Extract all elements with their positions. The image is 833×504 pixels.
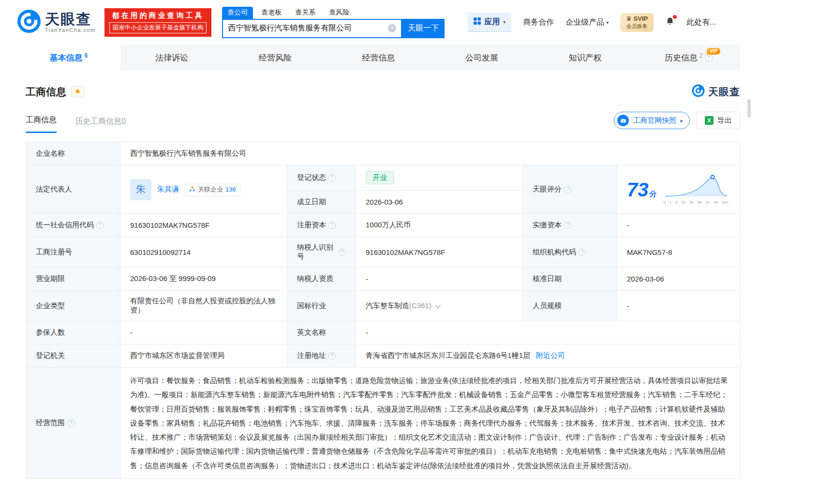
search-tab-company[interactable]: 查公司 [222, 7, 253, 19]
legal-rep-name-link[interactable]: 朱其谦 [157, 185, 179, 194]
tab-basic-info[interactable]: 基本信息 5 [17, 44, 120, 71]
logo-domain: TianYanCha.com [45, 27, 96, 33]
subtab-row: 工商信息 历史工商信息0 工商官网快照 ▸ X 导出 [26, 112, 740, 133]
chart-axis-ticks: 0131550859799100 [664, 200, 729, 205]
legal-rep-cell: 朱 朱其谦 关联企业 136 [120, 165, 287, 214]
help-icon[interactable]: ? [705, 54, 713, 61]
section-head: 工商信息 天眼查 [26, 84, 740, 99]
credit-code-value: 91630102MAK7NG578F [120, 214, 287, 237]
reg-no-label: 工商注册号 [26, 237, 120, 267]
search-tab-boss[interactable]: 查老板 [256, 7, 287, 19]
search-input-box: × [222, 19, 402, 38]
address-value: 青海省西宁市城东区东川工业园昆仑东路6号1幢1层 [366, 351, 530, 359]
score-value[interactable]: 73分 [627, 180, 657, 199]
label-text: 注册地址 [297, 351, 326, 360]
promo-banner: 都在用的商业查询工具 国家中小企业发展子基金旗下机构 [104, 8, 212, 37]
tab-intellectual-property[interactable]: 知识产权 [534, 44, 637, 71]
search-input[interactable] [223, 24, 388, 33]
company-nav-tabs: 基本信息 5 法律诉讼 经营风险 经营信息 公司发展 知识产权 历史信息 2 ?… [17, 44, 740, 71]
tab-legal-litigation[interactable]: 法律诉讼 [120, 44, 224, 71]
business-cooperation-link[interactable]: 商务合作 [523, 17, 554, 28]
taxpayer-quality-label: 纳税人资质 [287, 267, 356, 291]
help-icon[interactable]: ? [579, 249, 586, 256]
paid-capital-label: 实缴资本? [523, 214, 617, 237]
reg-no-value: 630102910092714 [120, 237, 287, 267]
label-text: 纳税人识别号 [297, 243, 336, 261]
help-icon[interactable]: ? [328, 352, 336, 359]
score-label: 天眼评分? [523, 165, 617, 214]
user-menu[interactable]: 此处有... [686, 17, 716, 28]
table-row: 经营范围? 许可项目：餐饮服务；食品销售；机动车检验检测服务；出版物零售；道路危… [26, 368, 741, 479]
related-companies-badge[interactable]: 关联企业 136 [185, 183, 240, 196]
tab-company-development[interactable]: 公司发展 [430, 44, 534, 71]
org-code-label: 组织机构代码? [523, 237, 617, 267]
table-row: 工商注册号 630102910092714 纳税人识别号? 91630102MA… [26, 237, 741, 267]
help-icon[interactable]: ? [564, 222, 571, 229]
related-companies-count: 136 [225, 186, 236, 193]
tab-label: 知识产权 [569, 52, 602, 63]
tax-id-label: 纳税人识别号? [287, 237, 356, 267]
search-tab-risk[interactable]: 查风险 [324, 7, 355, 19]
help-icon[interactable]: ? [564, 186, 571, 193]
svip-title: SVIP [634, 15, 648, 22]
nearby-companies-link[interactable]: 附近公司 [536, 351, 565, 359]
subscribe-bell-icon[interactable] [71, 86, 84, 97]
promo-line1: 都在用的商业查询工具 [109, 11, 207, 20]
business-scope-value: 许可项目：餐饮服务；食品销售；机动车检验检测服务；出版物零售；道路危险货物运输；… [120, 368, 741, 479]
help-icon[interactable]: ? [339, 249, 346, 256]
table-row: 登记机关 西宁市城东区市场监督管理局 注册地址? 青海省西宁市城东区东川工业园昆… [26, 344, 741, 368]
subtab-history-business-info[interactable]: 历史工商信息0 [75, 117, 126, 133]
chevron-down-icon[interactable] [435, 302, 441, 308]
official-snapshot-button[interactable]: 工商官网快照 ▸ [614, 112, 690, 129]
tab-history-info[interactable]: 历史信息 2 ? VIP [637, 44, 740, 71]
org-code-value: MAK7NG57-8 [617, 237, 741, 267]
export-button[interactable]: X 导出 [697, 112, 740, 129]
help-icon[interactable]: ? [328, 174, 336, 181]
tab-operating-risk[interactable]: 经营风险 [223, 44, 327, 71]
apps-button[interactable]: 应用 ▾ [468, 13, 511, 32]
reg-capital-value: 1000万人民币 [356, 214, 523, 237]
address-label: 注册地址? [287, 344, 356, 368]
reg-authority-label: 登记机关 [26, 344, 120, 368]
tab-label: 经营风险 [259, 52, 292, 63]
enterprise-product-link[interactable]: 企业级产品 ▾ [565, 17, 609, 28]
tab-history-count: 2 [699, 52, 703, 59]
watermark-text: 天眼查 [708, 85, 740, 99]
search-tab-relation[interactable]: 查关系 [290, 7, 321, 19]
tax-id-value: 91630102MAK7NG578F [356, 237, 523, 267]
avatar[interactable]: 朱 [130, 179, 151, 200]
tianyancha-eye-icon [17, 9, 41, 35]
status-label-text: 登记状态 [297, 173, 326, 182]
reg-authority-value: 西宁市城东区市场监督管理局 [120, 344, 287, 368]
tianyancha-watermark: 天眼查 [692, 84, 740, 99]
svip-member-badge[interactable]: ♛ SVIP 会员服务 [620, 13, 654, 32]
crown-icon: ♛ [626, 15, 632, 22]
camera-icon [617, 115, 629, 126]
export-label: 导出 [717, 116, 732, 125]
help-icon[interactable]: ? [328, 222, 336, 229]
english-name-label: 英文名称 [287, 321, 356, 344]
tianyancha-eye-icon [692, 84, 705, 99]
insured-count-label: 参保人数 [26, 321, 120, 344]
help-icon[interactable]: ? [67, 419, 74, 427]
company-name-label: 企业名称 [26, 142, 120, 165]
subtab-business-info[interactable]: 工商信息 [26, 115, 57, 133]
notification-bell-icon[interactable] [665, 16, 675, 28]
english-name-value: - [356, 321, 741, 344]
table-row: 企业类型 有限责任公司（非自然人投资或控股的法人独资） 国标行业 汽车整车制造(… [26, 291, 741, 321]
table-row: 参保人数 - 英文名称 - [26, 321, 741, 344]
help-icon[interactable]: ? [96, 222, 104, 229]
table-row: 统一社会信用代码? 91630102MAK7NG578F 注册资本? 1000万… [26, 214, 741, 237]
tab-operating-info[interactable]: 经营信息 [327, 44, 431, 71]
status-cell: 开业 [356, 165, 523, 191]
vip-badge: VIP [707, 48, 720, 55]
tab-basic-info-label: 基本信息 [49, 52, 82, 63]
label-text: 注册资本 [297, 221, 326, 230]
search-button[interactable]: 天眼一下 [402, 19, 445, 38]
tianyancha-logo[interactable]: 天眼查 TianYanCha.com [17, 9, 96, 35]
business-term-label: 营业期限 [26, 267, 120, 291]
scrollbar-thumb[interactable] [747, 99, 751, 118]
business-term-value: 2026-03-06 至 9999-09-09 [120, 267, 287, 291]
related-companies-icon [189, 186, 195, 193]
clear-search-icon[interactable]: × [388, 24, 396, 32]
